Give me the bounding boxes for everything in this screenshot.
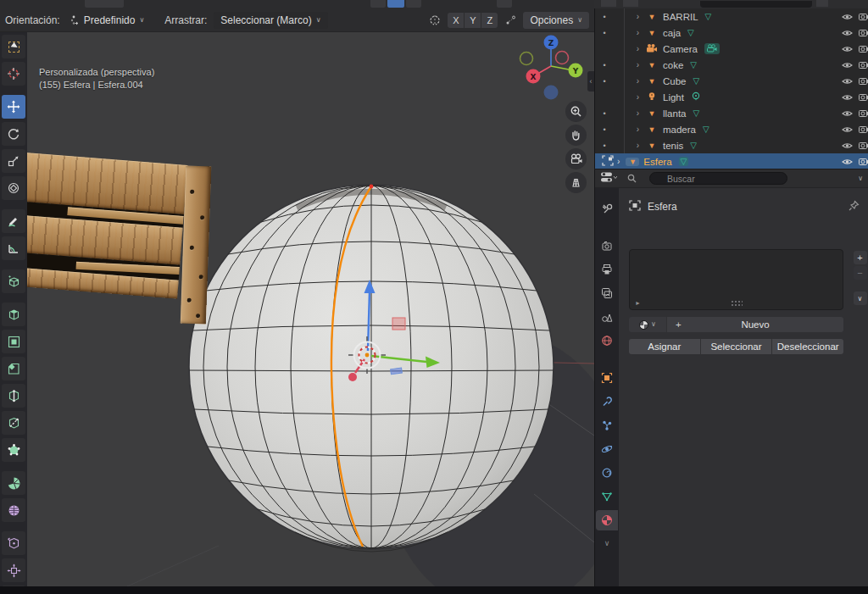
- mirror-icon[interactable]: [427, 13, 442, 28]
- object-name[interactable]: Light: [663, 92, 684, 103]
- mirror-z-toggle[interactable]: Z: [481, 13, 498, 28]
- viewport-canvas[interactable]: Z X Y: [0, 32, 594, 586]
- outliner-row-cube[interactable]: • › ▼ Cube ▽: [595, 73, 868, 89]
- tool-transform[interactable]: [2, 176, 25, 200]
- expand-chevron-icon[interactable]: ›: [624, 137, 643, 153]
- editor-type-icon[interactable]: [600, 171, 617, 186]
- slot-expand-icon[interactable]: ►: [635, 300, 641, 306]
- perspective-toggle-button[interactable]: [565, 172, 587, 193]
- gizmo-plane-handle-blue[interactable]: [391, 368, 403, 375]
- tool-rotate[interactable]: [2, 122, 25, 146]
- object-name[interactable]: madera: [663, 125, 696, 135]
- tool-shrink-fatten[interactable]: [2, 558, 25, 582]
- nav-ball-neg-x[interactable]: [556, 52, 569, 64]
- tool-smooth[interactable]: [2, 498, 25, 522]
- pole-vertex[interactable]: [370, 185, 374, 189]
- camera-visibility-icon[interactable]: [859, 12, 868, 21]
- camera-visibility-icon[interactable]: [859, 60, 868, 69]
- expand-chevron-icon[interactable]: ›: [624, 41, 643, 57]
- camera-visibility-icon[interactable]: [859, 76, 868, 86]
- panel-divider[interactable]: [594, 169, 868, 169]
- tab-object-data[interactable]: [596, 486, 618, 507]
- tool-cursor[interactable]: [2, 62, 25, 86]
- object-name[interactable]: coke: [663, 60, 683, 70]
- assign-button[interactable]: Asignar: [629, 339, 700, 354]
- eye-icon[interactable]: [842, 29, 853, 37]
- tab-constraints[interactable]: [596, 463, 618, 483]
- options-dropdown[interactable]: Opciones ∨: [523, 12, 589, 29]
- camera-visibility-icon[interactable]: [859, 157, 868, 166]
- camera-visibility-icon[interactable]: [859, 28, 868, 37]
- eye-icon[interactable]: [842, 109, 853, 118]
- add-slot-button[interactable]: +: [854, 251, 867, 264]
- expand-chevron-icon[interactable]: ›: [617, 157, 620, 166]
- zoom-button[interactable]: [565, 101, 587, 122]
- breadcrumb-object-name[interactable]: Esfera: [648, 201, 677, 213]
- eye-icon[interactable]: [842, 93, 853, 102]
- tab-modifiers[interactable]: [596, 391, 618, 412]
- expand-chevron-icon[interactable]: ›: [624, 73, 643, 89]
- outliner-row-camera[interactable]: › Camera: [595, 41, 868, 57]
- camera-visibility-icon[interactable]: [859, 141, 868, 150]
- eye-icon[interactable]: [842, 125, 853, 134]
- tab-world[interactable]: [596, 330, 618, 351]
- tool-bevel[interactable]: [2, 357, 25, 380]
- resize-grip[interactable]: [731, 300, 743, 306]
- expand-chevron-icon[interactable]: ›: [624, 8, 643, 25]
- tool-edge-slide[interactable]: [2, 531, 25, 555]
- eye-icon[interactable]: [842, 158, 853, 166]
- eye-icon[interactable]: [842, 13, 853, 21]
- tab-output[interactable]: [596, 259, 618, 280]
- deselect-button[interactable]: Deseleccionar: [772, 339, 843, 354]
- object-name[interactable]: Esfera: [643, 157, 671, 167]
- drag-mode-dropdown[interactable]: Seleccionar (Marco) ∨: [214, 12, 327, 29]
- tool-knife[interactable]: [2, 411, 25, 435]
- wooden-crate-object[interactable]: [24, 142, 212, 330]
- browse-material-dropdown[interactable]: ∨: [629, 317, 666, 332]
- tool-loop-cut[interactable]: [2, 384, 25, 408]
- camera-visibility-icon[interactable]: [859, 92, 868, 102]
- object-name[interactable]: Camera: [663, 44, 698, 54]
- outliner-row-barril[interactable]: • › ▼ BARRIL ▽: [595, 8, 868, 25]
- camera-visibility-icon[interactable]: [859, 125, 868, 134]
- nav-ball-neg-z[interactable]: [544, 86, 559, 100]
- nav-ball-neg-y[interactable]: [520, 53, 533, 65]
- mode-dropdown-partial[interactable]: [85, 0, 124, 8]
- tab-render[interactable]: [596, 236, 618, 256]
- vertex-select-button-partial[interactable]: [370, 0, 386, 8]
- tool-spin[interactable]: [2, 471, 25, 495]
- proportional-edit-icon[interactable]: [503, 13, 518, 28]
- camera-visibility-icon[interactable]: [859, 108, 868, 118]
- eye-icon[interactable]: [842, 45, 853, 53]
- mirror-y-toggle[interactable]: Y: [465, 13, 481, 28]
- outliner-filter-partial[interactable]: [816, 0, 828, 7]
- axis-nav-gizmo[interactable]: Z X Y: [520, 36, 583, 100]
- eye-icon[interactable]: [842, 142, 853, 150]
- eye-icon[interactable]: [842, 61, 853, 69]
- tool-poly-build[interactable]: [2, 438, 25, 462]
- expand-chevron-icon[interactable]: ›: [624, 57, 643, 73]
- expand-chevron-icon[interactable]: ›: [624, 121, 643, 137]
- outliner-search-partial[interactable]: [700, 1, 812, 8]
- chevron-down-icon[interactable]: ∨: [858, 175, 863, 182]
- camera-visibility-icon[interactable]: [859, 44, 868, 53]
- orientation-dropdown[interactable]: Predefinido ∨: [67, 12, 147, 29]
- tabs-overflow-chevron[interactable]: ∨: [604, 539, 610, 547]
- mirror-x-toggle[interactable]: X: [448, 13, 464, 28]
- expand-chevron-icon[interactable]: ›: [624, 25, 643, 41]
- outliner-editor-type-partial[interactable]: [601, 0, 616, 7]
- outliner-row-llanta[interactable]: • › ▼ llanta ▽: [595, 105, 868, 121]
- tool-measure[interactable]: [2, 236, 25, 260]
- tool-extrude-region[interactable]: [2, 303, 25, 326]
- properties-search-input[interactable]: [649, 172, 787, 185]
- outliner-row-tenis[interactable]: • › ▼ tenis ▽: [595, 137, 868, 153]
- object-name[interactable]: tenis: [663, 141, 683, 151]
- object-name[interactable]: BARRIL: [663, 12, 698, 22]
- expand-chevron-icon[interactable]: ›: [624, 89, 643, 105]
- new-material-button[interactable]: + Nuevo: [667, 317, 843, 332]
- sidebar-collapse-tab[interactable]: ‹: [587, 71, 594, 92]
- tool-add-cube[interactable]: [2, 269, 25, 293]
- face-select-button-partial[interactable]: [406, 0, 421, 8]
- outliner-row-coke[interactable]: • › ▼ coke ▽: [595, 57, 868, 73]
- material-slot-list[interactable]: ►: [629, 249, 843, 310]
